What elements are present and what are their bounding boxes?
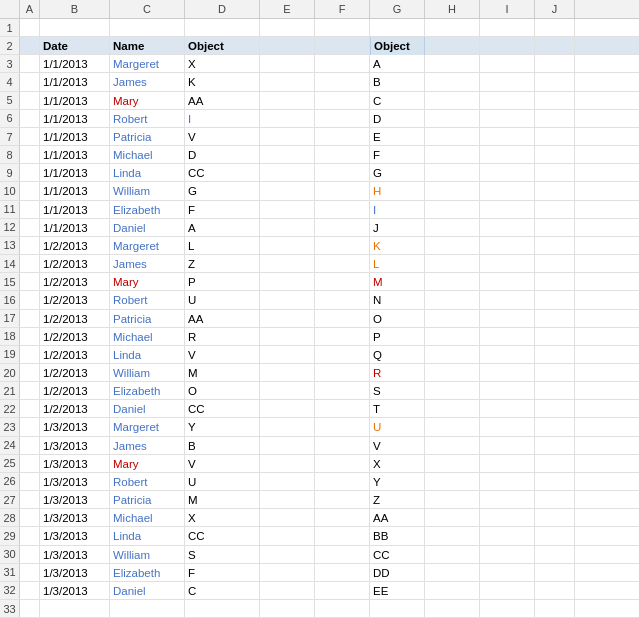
cell-a[interactable] xyxy=(20,437,40,455)
cell-object-g[interactable]: Object xyxy=(370,37,425,55)
cell-h[interactable] xyxy=(425,546,480,564)
cell-object-d[interactable]: Z xyxy=(185,255,260,273)
cell-object-d[interactable]: F xyxy=(185,201,260,219)
cell-h[interactable] xyxy=(425,110,480,128)
cell-name[interactable]: Daniel xyxy=(110,219,185,237)
cell-date[interactable]: 1/1/2013 xyxy=(40,128,110,146)
cell-a[interactable] xyxy=(20,201,40,219)
cell-h[interactable] xyxy=(425,291,480,309)
cell-j[interactable] xyxy=(535,527,575,545)
table-row[interactable]: 261/3/2013RobertUY xyxy=(0,473,639,491)
cell-h[interactable] xyxy=(425,146,480,164)
cell-object-g[interactable] xyxy=(370,600,425,618)
cell-object-g[interactable]: Q xyxy=(370,346,425,364)
table-row[interactable]: 121/1/2013DanielAJ xyxy=(0,219,639,237)
cell-j[interactable] xyxy=(535,164,575,182)
cell-object-g[interactable]: I xyxy=(370,201,425,219)
col-header-c[interactable]: C xyxy=(110,0,185,18)
cell-j[interactable] xyxy=(535,128,575,146)
cell-h[interactable] xyxy=(425,237,480,255)
cell-h[interactable] xyxy=(425,164,480,182)
cell-h[interactable] xyxy=(425,73,480,91)
cell-date[interactable]: 1/3/2013 xyxy=(40,455,110,473)
cell-object-d[interactable]: B xyxy=(185,437,260,455)
table-row[interactable]: 31/1/2013MargeretXA xyxy=(0,55,639,73)
cell-i[interactable] xyxy=(480,328,535,346)
cell-i[interactable] xyxy=(480,546,535,564)
cell-name[interactable]: Robert xyxy=(110,473,185,491)
cell-j[interactable] xyxy=(535,473,575,491)
cell-h[interactable] xyxy=(425,255,480,273)
cell-f[interactable] xyxy=(315,37,370,55)
cell-j[interactable] xyxy=(535,310,575,328)
cell-j[interactable] xyxy=(535,491,575,509)
cell-a[interactable] xyxy=(20,92,40,110)
cell-name[interactable]: James xyxy=(110,255,185,273)
col-header-j[interactable]: J xyxy=(535,0,575,18)
cell-f[interactable] xyxy=(315,546,370,564)
cell-i[interactable] xyxy=(480,55,535,73)
cell-h[interactable] xyxy=(425,128,480,146)
cell-h[interactable] xyxy=(425,437,480,455)
cell-name[interactable] xyxy=(110,19,185,37)
cell-f[interactable] xyxy=(315,291,370,309)
cell-f[interactable] xyxy=(315,582,370,600)
cell-object-g[interactable]: M xyxy=(370,273,425,291)
cell-object-g[interactable]: S xyxy=(370,382,425,400)
cell-i[interactable] xyxy=(480,564,535,582)
cell-object-d[interactable]: C xyxy=(185,582,260,600)
cell-name[interactable]: Margeret xyxy=(110,237,185,255)
cell-f[interactable] xyxy=(315,527,370,545)
cell-date[interactable]: 1/1/2013 xyxy=(40,73,110,91)
cell-h[interactable] xyxy=(425,509,480,527)
cell-date[interactable]: 1/3/2013 xyxy=(40,473,110,491)
cell-date[interactable]: 1/3/2013 xyxy=(40,546,110,564)
cell-h[interactable] xyxy=(425,182,480,200)
cell-f[interactable] xyxy=(315,346,370,364)
cell-date[interactable]: 1/2/2013 xyxy=(40,382,110,400)
col-header-h[interactable]: H xyxy=(425,0,480,18)
cell-object-d[interactable]: S xyxy=(185,546,260,564)
cell-h[interactable] xyxy=(425,201,480,219)
cell-h[interactable] xyxy=(425,92,480,110)
cell-a[interactable] xyxy=(20,237,40,255)
cell-f[interactable] xyxy=(315,110,370,128)
cell-name[interactable]: Elizabeth xyxy=(110,564,185,582)
table-row[interactable]: 241/3/2013JamesBV xyxy=(0,437,639,455)
cell-a[interactable] xyxy=(20,328,40,346)
cell-f[interactable] xyxy=(315,128,370,146)
table-row[interactable]: 251/3/2013MaryVX xyxy=(0,455,639,473)
cell-j[interactable] xyxy=(535,110,575,128)
cell-object-d[interactable]: V xyxy=(185,455,260,473)
cell-f[interactable] xyxy=(315,509,370,527)
cell-h[interactable] xyxy=(425,600,480,618)
cell-date[interactable]: Date xyxy=(40,37,110,55)
cell-object-d[interactable] xyxy=(185,600,260,618)
cell-object-d[interactable]: Y xyxy=(185,418,260,436)
cell-j[interactable] xyxy=(535,182,575,200)
cell-i[interactable] xyxy=(480,110,535,128)
cell-a[interactable] xyxy=(20,219,40,237)
cell-object-g[interactable]: G xyxy=(370,164,425,182)
cell-h[interactable] xyxy=(425,310,480,328)
cell-object-g[interactable]: K xyxy=(370,237,425,255)
cell-h[interactable] xyxy=(425,527,480,545)
cell-a[interactable] xyxy=(20,491,40,509)
cell-j[interactable] xyxy=(535,364,575,382)
cell-date[interactable]: 1/2/2013 xyxy=(40,328,110,346)
cell-e[interactable] xyxy=(260,182,315,200)
cell-a[interactable] xyxy=(20,255,40,273)
cell-date[interactable]: 1/2/2013 xyxy=(40,273,110,291)
cell-j[interactable] xyxy=(535,19,575,37)
cell-date[interactable]: 1/1/2013 xyxy=(40,182,110,200)
cell-object-g[interactable]: Z xyxy=(370,491,425,509)
cell-e[interactable] xyxy=(260,328,315,346)
cell-name[interactable]: Linda xyxy=(110,346,185,364)
cell-i[interactable] xyxy=(480,146,535,164)
cell-f[interactable] xyxy=(315,201,370,219)
cell-j[interactable] xyxy=(535,437,575,455)
cell-e[interactable] xyxy=(260,364,315,382)
cell-i[interactable] xyxy=(480,509,535,527)
cell-f[interactable] xyxy=(315,418,370,436)
cell-e[interactable] xyxy=(260,255,315,273)
